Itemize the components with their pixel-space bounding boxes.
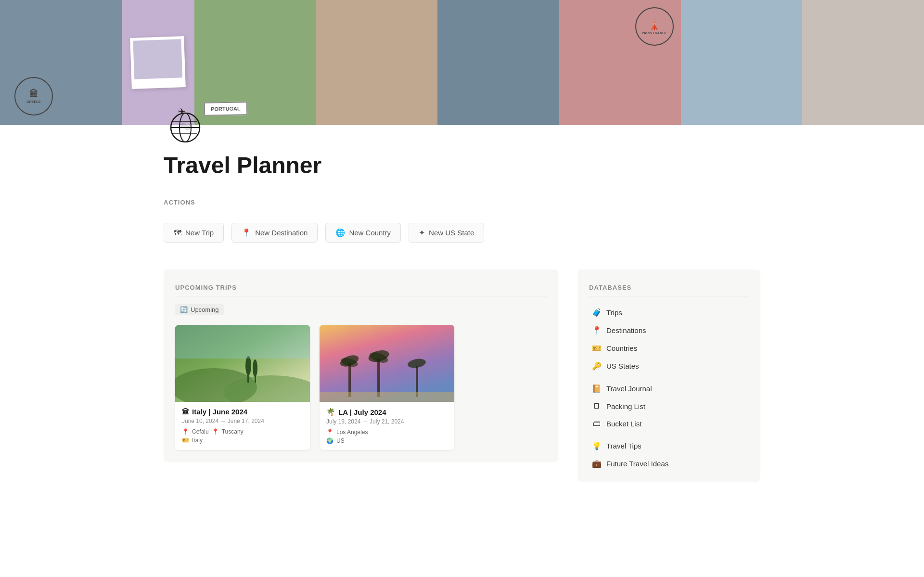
svg-rect-13 [175,325,310,359]
italy-card-title: 🏛 Italy | June 2024 [182,408,303,416]
page-title: Travel Planner [164,152,760,179]
new-destination-button[interactable]: 📍 New Destination [231,223,318,243]
new-country-label: New Country [349,229,391,237]
db-item-future-travel-ideas[interactable]: 💼 Future Travel Ideas [589,455,749,472]
location-icon-la: 📍 [326,429,334,436]
new-trip-label: New Trip [185,229,214,237]
actions-row: 🗺 New Trip 📍 New Destination 🌐 New Count… [164,219,760,250]
svg-text:✈: ✈ [178,107,185,116]
la-emoji: 🌴 [326,408,335,416]
la-card-title: 🌴 LA | July 2024 [326,408,448,416]
trip-card-italy[interactable]: 🏛 Italy | June 2024 June 10, 2024 → June… [175,325,310,450]
db-divider-2 [589,432,749,437]
upcoming-trips-header: UPCOMING TRIPS [175,279,547,296]
la-card-image [320,325,454,402]
svg-point-12 [253,359,257,377]
main-layout: UPCOMING TRIPS 🔄 Upcoming [164,269,760,482]
italy-card-image [175,325,310,402]
country-icon-us: 🌍 [326,437,334,444]
db-item-us-states[interactable]: 🔑 US States [589,358,749,374]
travel-tips-label: Travel Tips [606,442,642,450]
country-icon: 🌐 [335,228,345,237]
db-item-packing-list[interactable]: 🗒 Packing List [589,398,749,414]
filter-label: Upcoming [191,306,219,313]
la-destinations: 📍 Los Angeles [326,429,448,436]
db-divider-1 [589,374,749,380]
travel-journal-icon: 📔 [592,384,602,393]
db-item-travel-journal[interactable]: 📔 Travel Journal [589,380,749,397]
db-item-trips[interactable]: 🧳 Trips [589,304,749,321]
paris-stamp: PARIS FRANCE [642,31,667,35]
db-item-destinations[interactable]: 📍 Destinations [589,322,749,339]
italy-title-text: Italy | June 2024 [192,408,247,416]
us-states-icon: 🔑 [592,361,602,371]
future-travel-icon: 💼 [592,459,602,468]
page-icon-area: ✈ [164,101,760,144]
italy-card-meta: 📍 Cefalu 📍 Tuscany 🎫 Italy [182,428,303,444]
italy-destinations: 📍 Cefalu 📍 Tuscany [182,428,303,435]
trip-card-la[interactable]: 🌴 LA | July 2024 July 19, 2024 → July 21… [320,325,454,450]
destinations-label: Destinations [606,326,646,334]
countries-icon: 🎫 [592,344,602,353]
packing-list-icon: 🗒 [592,402,602,410]
trips-icon: 🧳 [592,308,602,317]
country-icon-italy: 🎫 [182,437,189,444]
new-destination-label: New Destination [255,229,308,237]
location-icon-2: 📍 [212,428,219,435]
new-trip-button[interactable]: 🗺 New Trip [164,223,224,243]
greece-stamp: GREECE [26,100,41,103]
actions-section-header: ACTIONS [164,194,760,211]
future-travel-ideas-label: Future Travel Ideas [606,460,668,468]
db-item-travel-tips[interactable]: 💡 Travel Tips [589,437,749,454]
la-country: 🌍 US [326,437,448,444]
databases-primary-list: 🧳 Trips 📍 Destinations 🎫 Countries 🔑 US … [589,304,749,374]
italy-card-body: 🏛 Italy | June 2024 June 10, 2024 → June… [175,402,310,449]
databases-tertiary-list: 💡 Travel Tips 💼 Future Travel Ideas [589,437,749,472]
databases-secondary-list: 📔 Travel Journal 🗒 Packing List 🗃 Bucket… [589,380,749,432]
svg-point-10 [245,356,251,375]
travel-tips-icon: 💡 [592,441,602,450]
db-item-bucket-list[interactable]: 🗃 Bucket List [589,415,749,432]
bucket-list-icon: 🗃 [592,419,602,428]
us-state-icon: ✦ [419,228,425,237]
databases-section-header: DATABASES [589,279,749,296]
italy-emoji: 🏛 [182,408,189,416]
globe-icon: ✈ [164,101,207,144]
svg-rect-15 [348,363,351,397]
svg-rect-23 [320,392,454,402]
upcoming-filter-tag[interactable]: 🔄 Upcoming [175,304,224,315]
filter-icon: 🔄 [180,306,188,313]
travel-journal-label: Travel Journal [606,385,652,393]
trips-label: Trips [606,308,622,317]
la-card-body: 🌴 LA | July 2024 July 19, 2024 → July 21… [320,402,454,450]
svg-rect-14 [320,325,454,402]
la-card-meta: 📍 Los Angeles 🌍 US [326,429,448,444]
trip-icon: 🗺 [174,229,181,237]
new-country-button[interactable]: 🌐 New Country [325,223,401,243]
actions-section: ACTIONS 🗺 New Trip 📍 New Destination 🌐 N… [164,194,760,250]
la-card-dates: July 19, 2024 → July 21, 2024 [326,418,448,425]
us-states-label: US States [606,362,639,370]
new-us-state-button[interactable]: ✦ New US State [409,223,484,243]
packing-list-label: Packing List [606,402,645,410]
db-item-countries[interactable]: 🎫 Countries [589,340,749,357]
italy-country: 🎫 Italy [182,437,303,444]
countries-label: Countries [606,344,637,352]
la-title-text: LA | July 2024 [338,408,386,416]
bucket-list-label: Bucket List [606,420,642,428]
italy-card-dates: June 10, 2024 → June 17, 2024 [182,418,303,424]
destinations-icon: 📍 [592,326,602,335]
databases-section: DATABASES 🧳 Trips 📍 Destinations 🎫 Count… [578,269,760,482]
svg-rect-18 [377,359,380,397]
destination-icon: 📍 [242,228,251,237]
trips-section: UPCOMING TRIPS 🔄 Upcoming [164,269,558,462]
trips-grid: 🏛 Italy | June 2024 June 10, 2024 → June… [175,325,547,450]
new-us-state-label: New US State [429,229,474,237]
location-icon-1: 📍 [182,428,189,435]
